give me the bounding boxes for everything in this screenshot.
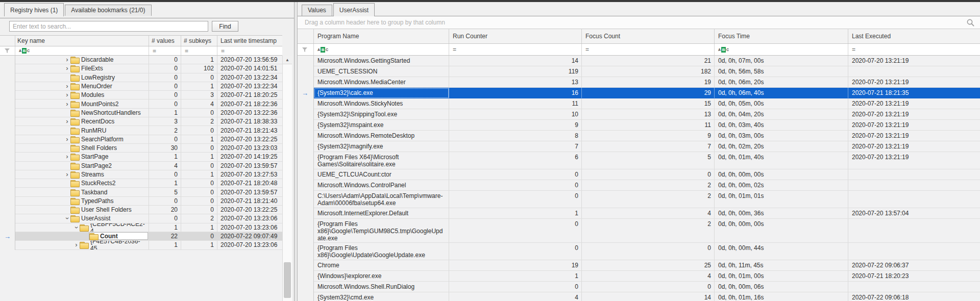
expand-chevron-icon[interactable]: › xyxy=(64,66,70,71)
tab-registry-hives[interactable]: Registry hives (1) xyxy=(4,3,64,16)
column-header-num-subkeys[interactable]: # subkeys xyxy=(181,36,217,46)
table-row[interactable]: Chrome19250d, 0h, 11m, 45s2020-07-22 09:… xyxy=(298,260,980,271)
filter-num-subkeys[interactable]: = xyxy=(181,46,217,55)
focus-count-cell: 182 xyxy=(582,66,715,77)
table-row[interactable]: {Program Files x86}\Google\Temp\GUM98C5.… xyxy=(298,219,980,243)
table-row[interactable]: Microsoft.InternetExplorer.Default140d, … xyxy=(298,208,980,219)
key-name-cell: ›{CEBFF5CD-ACE2-4... xyxy=(15,223,149,232)
scrollbar-thumb[interactable] xyxy=(284,262,291,298)
tab-userassist[interactable]: UserAssist xyxy=(333,3,375,16)
run-counter-cell: 10 xyxy=(449,109,582,120)
table-row[interactable]: C:\Users\Adam\AppData\Local\Temp\vmware-… xyxy=(298,191,980,208)
num-values-cell: 5 xyxy=(149,188,181,196)
focus-time-cell: 0d, 0h, 00m, 00s xyxy=(715,219,848,243)
table-row[interactable]: {System32}\magnify.exe770d, 0h, 02m, 20s… xyxy=(298,141,980,152)
last-executed-cell xyxy=(848,243,980,260)
last-write-cell: 2020-07-20 13:23:06 xyxy=(217,241,282,249)
table-row[interactable]: Microsoft.Windows.MediaCenter13190d, 0h,… xyxy=(298,77,980,88)
tree-row[interactable]: ›MenuOrder012020-07-20 13:22:34 xyxy=(0,82,282,91)
tree-row[interactable]: ›LowRegistry002020-07-20 13:22:34 xyxy=(0,73,282,82)
group-by-bar[interactable]: Drag a column header here to group by th… xyxy=(298,16,980,29)
tree-row[interactable]: ›NewShortcutHandlers102020-07-20 13:22:3… xyxy=(0,109,282,117)
table-row[interactable]: {Program Files x86}\Google\Update\Google… xyxy=(298,243,980,260)
grid-header-row: Program Name Run Counter Focus Count Foc… xyxy=(298,29,980,44)
search-input[interactable] xyxy=(9,21,208,32)
filter-run-counter[interactable]: = xyxy=(449,44,582,55)
folder-icon xyxy=(70,74,79,81)
table-row[interactable]: UEME_CTLSESSION1191820d, 0h, 56m, 58s xyxy=(298,66,980,77)
filter-program-name[interactable]: ABC xyxy=(314,44,449,55)
collapse-chevron-icon[interactable]: › xyxy=(74,224,79,231)
filter-last-executed[interactable]: = xyxy=(848,44,980,55)
column-header-num-values[interactable]: # values xyxy=(149,36,181,46)
tree-row[interactable]: ›Taskband502020-07-20 13:59:57 xyxy=(0,188,282,196)
focus-time-cell: 0d, 0h, 03m, 40s xyxy=(715,120,848,131)
tree-row[interactable]: ›StuckRects2102020-07-21 18:20:48 xyxy=(0,179,282,188)
tab-available-bookmarks[interactable]: Available bookmarks (21/0) xyxy=(65,5,151,16)
tree-row[interactable]: ›Shell Folders3002020-07-20 13:23:03 xyxy=(0,144,282,153)
table-row[interactable]: Microsoft.Windows.Shell.RunDialog000d, 0… xyxy=(298,282,980,292)
tree-row[interactable]: ›MountPoints2042020-07-21 18:22:36 xyxy=(0,99,282,108)
filter-focus-count[interactable]: = xyxy=(582,44,715,55)
expand-chevron-icon[interactable]: › xyxy=(73,242,80,247)
tree-row[interactable]: ›Discardable012020-07-20 13:56:59 xyxy=(0,56,282,64)
table-row[interactable]: Microsoft.Windows.RemoteDesktop890d, 0h,… xyxy=(298,131,980,141)
table-row[interactable]: {Windows}\explorer.exe140d, 0h, 01m, 00s… xyxy=(298,271,980,282)
collapse-chevron-icon[interactable]: › xyxy=(65,215,70,222)
table-row[interactable]: Microsoft.Windows.StickyNotes11150d, 0h,… xyxy=(298,98,980,109)
filter-num-values[interactable]: = xyxy=(149,46,181,55)
table-row[interactable]: →{System32}\calc.exe16290d, 0h, 06m, 40s… xyxy=(298,88,980,98)
tree-row[interactable]: ›SearchPlatform012020-07-20 13:22:25 xyxy=(0,135,282,144)
expand-chevron-icon[interactable]: › xyxy=(64,92,70,97)
column-header-last-write[interactable]: Last write timestamp xyxy=(217,36,282,46)
expand-chevron-icon[interactable]: › xyxy=(64,154,70,159)
tree-row[interactable]: ›StartPage2402020-07-20 13:59:57 xyxy=(0,162,282,170)
expand-chevron-icon[interactable]: › xyxy=(64,172,70,177)
tab-values[interactable]: Values xyxy=(302,5,332,16)
column-header-focus-time[interactable]: Focus Time xyxy=(715,29,848,43)
tree-row[interactable]: ›Modules032020-07-21 18:20:25 xyxy=(0,91,282,99)
expand-chevron-icon[interactable]: › xyxy=(64,57,70,62)
focus-count-cell: 14 xyxy=(582,292,715,301)
focus-time-cell: 0d, 0h, 00m, 06s xyxy=(715,282,848,292)
column-header-key-name[interactable]: Key name xyxy=(15,36,149,46)
tree-row[interactable]: ›User Shell Folders2002020-07-20 13:22:2… xyxy=(0,206,282,214)
filter-key-name[interactable]: ABC xyxy=(15,46,149,55)
expand-chevron-icon[interactable]: › xyxy=(64,84,70,89)
tree-row[interactable]: ›TypedPaths002020-07-21 18:21:40 xyxy=(0,197,282,206)
tree-row[interactable]: ›{CEBFF5CD-ACE2-4...112020-07-20 13:23:0… xyxy=(0,223,282,232)
expand-chevron-icon[interactable]: › xyxy=(64,137,70,142)
tree-row[interactable]: ›UserAssist022020-07-20 13:23:06 xyxy=(0,214,282,223)
column-header-program-name[interactable]: Program Name xyxy=(314,29,449,43)
table-row[interactable]: UEME_CTLCUACount:ctor000d, 0h, 00m, 00s xyxy=(298,169,980,180)
search-icon[interactable] xyxy=(966,18,975,27)
find-button[interactable]: Find xyxy=(212,21,238,32)
expand-chevron-icon[interactable]: › xyxy=(64,119,70,124)
column-header-focus-count[interactable]: Focus Count xyxy=(582,29,715,43)
column-header-last-executed[interactable]: Last Executed xyxy=(848,29,980,43)
expand-chevron-icon[interactable]: › xyxy=(64,102,70,107)
scroll-up-button[interactable]: ▲ xyxy=(283,56,292,64)
table-row[interactable]: {System32}\cmd.exe4140d, 0h, 01m, 16s202… xyxy=(298,292,980,301)
tree-row[interactable]: ›RunMRU202020-07-21 18:21:43 xyxy=(0,126,282,135)
tree-row[interactable]: ›{F4E57C4B-2036-45...112020-07-20 13:23:… xyxy=(0,241,282,249)
program-name-cell: {System32}\mspaint.exe xyxy=(314,120,449,131)
tree-vertical-scrollbar[interactable]: ▲ xyxy=(282,56,292,301)
tree-row[interactable]: ›Streams012020-07-20 13:27:53 xyxy=(0,170,282,179)
filter-last-write[interactable]: = xyxy=(217,46,282,55)
tree-filter-indicator[interactable] xyxy=(0,46,15,55)
table-row[interactable]: {System32}\mspaint.exe9110d, 0h, 03m, 40… xyxy=(298,120,980,131)
table-row[interactable]: {System32}\SnippingTool.exe10130d, 0h, 0… xyxy=(298,109,980,120)
filter-focus-time[interactable]: ABC xyxy=(715,44,848,55)
key-name-label: StartPage xyxy=(81,153,108,160)
tree-row[interactable]: ›StartPage112020-07-20 14:19:25 xyxy=(0,153,282,161)
table-row[interactable]: Microsoft.Windows.GettingStarted14210d, … xyxy=(298,56,980,66)
grid-filter-indicator[interactable] xyxy=(298,44,314,55)
column-header-run-counter[interactable]: Run Counter xyxy=(449,29,582,43)
last-write-cell: 2020-07-20 13:22:34 xyxy=(217,82,282,91)
table-row[interactable]: Microsoft.Windows.ControlPanel020d, 0h, … xyxy=(298,180,980,191)
tree-row[interactable]: →›Count2202020-07-22 09:07:49 xyxy=(0,232,282,241)
table-row[interactable]: {Program Files X64}\Microsoft Games\Soli… xyxy=(298,152,980,169)
tree-row[interactable]: ›RecentDocs322020-07-21 18:38:33 xyxy=(0,117,282,126)
tree-row[interactable]: ›FileExts01022020-07-20 14:01:51 xyxy=(0,64,282,73)
